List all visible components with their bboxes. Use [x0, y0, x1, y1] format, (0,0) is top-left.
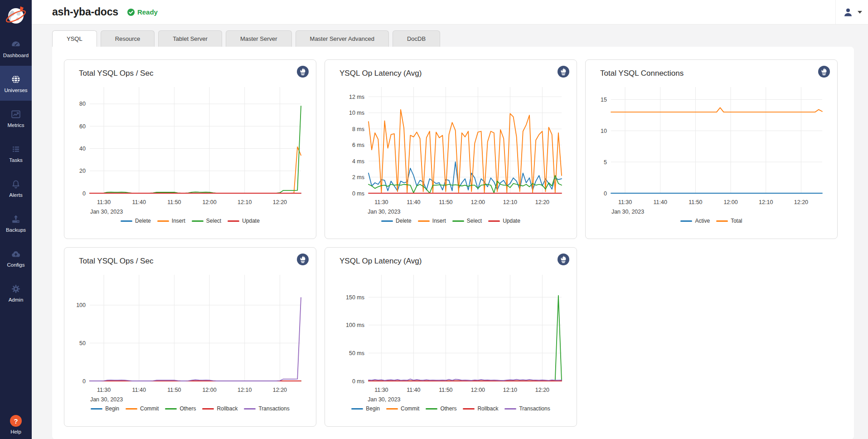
legend-item-select[interactable]: Select	[452, 218, 482, 224]
sidebar-item-tasks[interactable]: Tasks	[0, 136, 32, 171]
svg-text:0: 0	[82, 378, 86, 385]
legend-label: Delete	[396, 218, 412, 224]
chart-canvas: 02040608011:3011:4011:5012:0012:1012:20J…	[72, 80, 310, 216]
legend-item-delete[interactable]: Delete	[381, 218, 412, 224]
chart-legend: DeleteInsertSelectUpdate	[72, 218, 309, 224]
svg-text:10: 10	[601, 128, 607, 134]
sidebar-item-dashboard[interactable]: Dashboard	[0, 31, 32, 66]
chart-legend: BeginCommitOthersRollbackTransactions	[72, 405, 309, 412]
legend-item-others[interactable]: Others	[426, 405, 456, 412]
legend-swatch	[488, 220, 500, 222]
tab-master-server[interactable]: Master Server	[226, 30, 292, 47]
prometheus-icon[interactable]	[558, 66, 569, 79]
sidebar-item-universes[interactable]: Universes	[0, 66, 32, 101]
date-label: Jan 30, 2023	[368, 396, 400, 403]
svg-text:11:30: 11:30	[97, 387, 111, 393]
grid-lines	[611, 87, 822, 193]
svg-text:12:00: 12:00	[471, 387, 485, 393]
tab-resource[interactable]: Resource	[101, 30, 155, 47]
chart-legend: ActiveTotal	[593, 218, 830, 224]
prometheus-icon[interactable]	[297, 66, 309, 79]
legend-label: Delete	[135, 218, 151, 224]
svg-text:6 ms: 6 ms	[352, 142, 364, 148]
svg-text:0 ms: 0 ms	[352, 190, 364, 197]
sidebar-item-help[interactable]: ? Help	[0, 415, 32, 434]
chart-legend: BeginCommitOthersRollbackTransactions	[332, 405, 569, 412]
metrics-icon	[10, 109, 21, 120]
legend-swatch	[192, 220, 204, 222]
svg-text:2 ms: 2 ms	[352, 174, 364, 180]
tab-master-server-advanced[interactable]: Master Server Advanced	[296, 30, 389, 47]
legend-item-insert[interactable]: Insert	[157, 218, 185, 224]
legend-label: Begin	[366, 405, 380, 412]
svg-text:11:30: 11:30	[374, 387, 388, 393]
legend-label: Rollback	[477, 405, 498, 412]
svg-text:11:30: 11:30	[618, 199, 632, 205]
legend-swatch	[680, 220, 692, 222]
chart-canvas: 05101511:3011:4011:5012:0012:1012:20Jan …	[593, 80, 831, 216]
legend-item-commit[interactable]: Commit	[386, 405, 419, 412]
series-line-transactions	[369, 379, 562, 380]
y-axis-labels: 051015	[601, 97, 607, 196]
legend-label: Commit	[401, 405, 419, 412]
legend-item-delete[interactable]: Delete	[121, 218, 151, 224]
prometheus-icon[interactable]	[297, 254, 309, 267]
legend-item-begin[interactable]: Begin	[91, 405, 119, 412]
chart-title: Total YSQL Ops / Sec	[79, 257, 309, 266]
sidebar-item-label: Backups	[6, 227, 26, 233]
tab-bar: YSQLResourceTablet ServerMaster ServerMa…	[52, 30, 854, 47]
legend-item-insert[interactable]: Insert	[418, 218, 446, 224]
legend-item-begin[interactable]: Begin	[351, 405, 380, 412]
tab-tablet-server[interactable]: Tablet Server	[158, 30, 222, 47]
svg-text:12:20: 12:20	[273, 199, 287, 205]
legend-swatch	[202, 408, 214, 410]
legend-label: Insert	[432, 218, 446, 224]
status-badge: Ready	[127, 8, 158, 16]
user-menu[interactable]	[835, 0, 868, 24]
sidebar-item-backups[interactable]: Backups	[0, 205, 32, 240]
sidebar-item-admin[interactable]: Admin	[0, 275, 32, 310]
legend-item-update[interactable]: Update	[228, 218, 260, 224]
legend-item-select[interactable]: Select	[192, 218, 221, 224]
sidebar-item-label: Admin	[9, 297, 24, 302]
tab-ysql[interactable]: YSQL	[52, 30, 97, 47]
legend-item-rollback[interactable]: Rollback	[202, 405, 238, 412]
app-header: ash-yba-docs Ready	[32, 0, 868, 24]
chart-panel-ysql-op-latency-avg-5: YSQL Op Latency (Avg) 0 ms50 ms100 ms150…	[325, 247, 577, 427]
prometheus-icon[interactable]	[818, 66, 830, 79]
legend-item-active[interactable]: Active	[680, 218, 710, 224]
planet-rocket-icon	[5, 4, 27, 27]
svg-text:100 ms: 100 ms	[346, 322, 364, 328]
svg-text:100: 100	[76, 302, 86, 308]
svg-text:15: 15	[601, 97, 607, 103]
legend-label: Transactions	[258, 405, 289, 412]
tab-docdb[interactable]: DocDB	[393, 30, 440, 47]
legend-swatch	[418, 220, 430, 222]
legend-label: Update	[242, 218, 260, 224]
date-label: Jan 30, 2023	[368, 209, 400, 215]
sidebar-item-alerts[interactable]: Alerts	[0, 171, 32, 205]
chart-title: Total YSQL Connections	[600, 69, 830, 78]
chart-panel-total-ysql-ops-sec-1: Total YSQL Ops / Sec 02040608011:3011:40…	[64, 59, 316, 239]
legend-item-total[interactable]: Total	[716, 218, 742, 224]
chart-panel-total-ysql-ops-sec-4: Total YSQL Ops / Sec 05010011:3011:4011:…	[64, 247, 316, 427]
legend-swatch	[228, 220, 239, 222]
legend-swatch	[121, 220, 132, 222]
legend-item-transactions[interactable]: Transactions	[244, 405, 289, 412]
prometheus-icon[interactable]	[558, 254, 569, 267]
legend-swatch	[165, 408, 177, 410]
legend-item-others[interactable]: Others	[165, 405, 196, 412]
legend-item-update[interactable]: Update	[488, 218, 520, 224]
legend-item-transactions[interactable]: Transactions	[504, 405, 550, 412]
yugabyte-logo[interactable]	[0, 0, 32, 31]
svg-text:4 ms: 4 ms	[352, 158, 364, 165]
x-axis-labels: 11:3011:4011:5012:0012:1012:20Jan 30, 20…	[90, 199, 287, 215]
legend-item-commit[interactable]: Commit	[126, 405, 159, 412]
svg-text:0: 0	[82, 190, 86, 197]
sidebar-item-metrics[interactable]: Metrics	[0, 101, 32, 136]
svg-text:11:50: 11:50	[689, 199, 702, 205]
sidebar-item-configs[interactable]: Configs	[0, 240, 32, 275]
legend-swatch	[504, 408, 516, 410]
legend-swatch	[91, 408, 102, 410]
legend-item-rollback[interactable]: Rollback	[463, 405, 498, 412]
